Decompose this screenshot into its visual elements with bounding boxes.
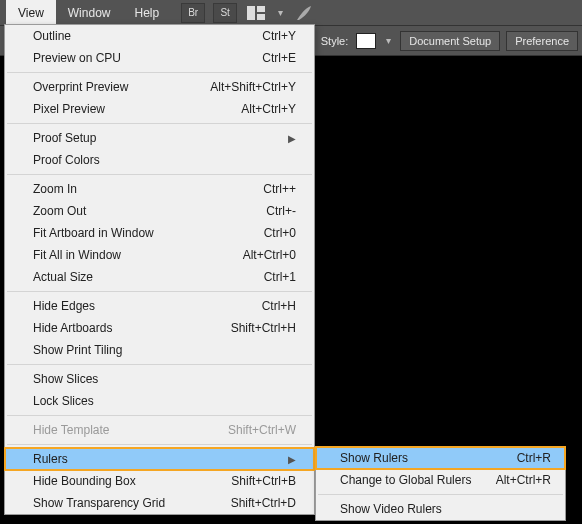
- submenu-show-rulers[interactable]: Show RulersCtrl+R: [316, 447, 565, 469]
- menu-hide-artboards[interactable]: Hide ArtboardsShift+Ctrl+H: [5, 317, 314, 339]
- svg-rect-0: [247, 6, 255, 20]
- menu-proof-setup[interactable]: Proof Setup▶: [5, 127, 314, 149]
- rulers-submenu: Show RulersCtrl+R Change to Global Ruler…: [315, 446, 566, 521]
- menu-pixel-preview[interactable]: Pixel PreviewAlt+Ctrl+Y: [5, 98, 314, 120]
- menu-separator: [7, 174, 312, 175]
- chevron-down-icon[interactable]: ▾: [275, 3, 285, 23]
- preferences-button[interactable]: Preference: [506, 31, 578, 51]
- menu-preview-cpu[interactable]: Preview on CPUCtrl+E: [5, 47, 314, 69]
- menu-separator: [7, 415, 312, 416]
- menu-hide-bounding-box[interactable]: Hide Bounding BoxShift+Ctrl+B: [5, 470, 314, 492]
- menu-window[interactable]: Window: [56, 0, 123, 25]
- menu-separator: [7, 444, 312, 445]
- menu-show-transparency-grid[interactable]: Show Transparency GridShift+Ctrl+D: [5, 492, 314, 514]
- menu-actual-size[interactable]: Actual SizeCtrl+1: [5, 266, 314, 288]
- menu-separator: [7, 72, 312, 73]
- style-swatch[interactable]: [356, 33, 376, 49]
- menu-overprint-preview[interactable]: Overprint PreviewAlt+Shift+Ctrl+Y: [5, 76, 314, 98]
- feather-icon[interactable]: [293, 3, 315, 23]
- style-label: Style:: [321, 35, 349, 47]
- style-dropdown-icon[interactable]: ▾: [382, 33, 394, 49]
- menu-hide-edges[interactable]: Hide EdgesCtrl+H: [5, 295, 314, 317]
- menu-zoom-in[interactable]: Zoom InCtrl++: [5, 178, 314, 200]
- menu-separator: [318, 494, 563, 495]
- svg-rect-1: [257, 6, 265, 12]
- toolbar-icon-group: Br St ▾: [181, 3, 315, 23]
- chevron-right-icon: ▶: [288, 454, 296, 465]
- menu-lock-slices[interactable]: Lock Slices: [5, 390, 314, 412]
- bridge-icon[interactable]: Br: [181, 3, 205, 23]
- submenu-change-global-rulers[interactable]: Change to Global RulersAlt+Ctrl+R: [316, 469, 565, 491]
- submenu-show-video-rulers[interactable]: Show Video Rulers: [316, 498, 565, 520]
- menu-outline[interactable]: OutlineCtrl+Y: [5, 25, 314, 47]
- app-menubar: View Window Help Br St ▾: [0, 0, 582, 26]
- menu-rulers[interactable]: Rulers▶: [5, 448, 314, 470]
- menu-help[interactable]: Help: [122, 0, 171, 25]
- menu-separator: [7, 364, 312, 365]
- menu-view[interactable]: View: [6, 0, 56, 25]
- stock-icon[interactable]: St: [213, 3, 237, 23]
- menu-show-slices[interactable]: Show Slices: [5, 368, 314, 390]
- svg-rect-2: [257, 14, 265, 20]
- arrange-docs-icon[interactable]: [245, 3, 267, 23]
- view-menu-dropdown: OutlineCtrl+Y Preview on CPUCtrl+E Overp…: [4, 24, 315, 515]
- document-setup-button[interactable]: Document Setup: [400, 31, 500, 51]
- menu-hide-template: Hide TemplateShift+Ctrl+W: [5, 419, 314, 441]
- menu-separator: [7, 123, 312, 124]
- menu-show-print-tiling[interactable]: Show Print Tiling: [5, 339, 314, 361]
- menu-separator: [7, 291, 312, 292]
- chevron-right-icon: ▶: [288, 133, 296, 144]
- menu-fit-artboard[interactable]: Fit Artboard in WindowCtrl+0: [5, 222, 314, 244]
- menu-fit-all[interactable]: Fit All in WindowAlt+Ctrl+0: [5, 244, 314, 266]
- menu-zoom-out[interactable]: Zoom OutCtrl+-: [5, 200, 314, 222]
- menu-proof-colors[interactable]: Proof Colors: [5, 149, 314, 171]
